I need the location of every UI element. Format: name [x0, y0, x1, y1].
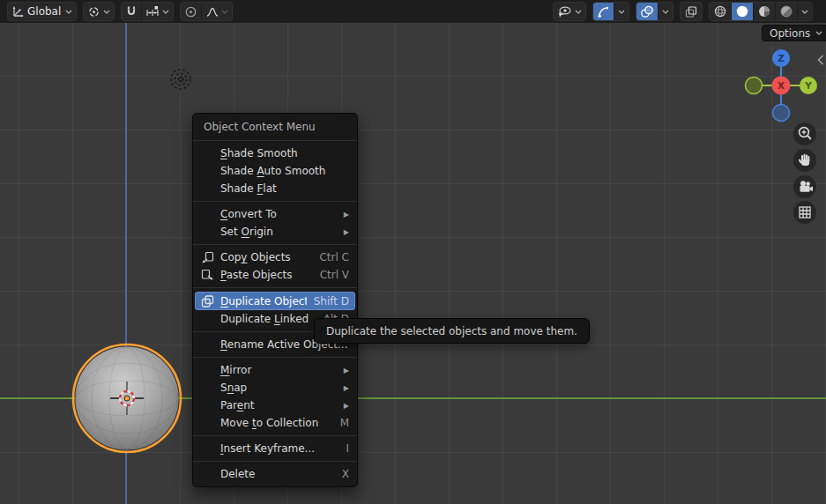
tooltip-text: Duplicate the selected objects and move …: [326, 325, 577, 337]
menu-item-label: Shade Flat: [220, 182, 349, 195]
menu-item-label: Duplicate Objects: [220, 295, 307, 308]
menu-item-label: Parent: [220, 399, 337, 411]
menu-item-label: Set Origin: [220, 226, 337, 238]
menu-item-label: Insert Keyframe...: [220, 442, 339, 455]
proportional-falloff-dropdown[interactable]: [201, 3, 232, 20]
shading-rendered-button[interactable]: [775, 3, 797, 20]
shading-rendered-icon: [779, 4, 793, 19]
gizmos-group: [592, 2, 629, 21]
shading-material-icon: [757, 4, 771, 19]
submenu-arrow-icon: ▶: [344, 211, 349, 219]
menu-item-set-origin[interactable]: Set Origin▶: [193, 223, 357, 241]
object-origin-dot: [124, 396, 130, 401]
menu-item-move-to-collection[interactable]: Move to CollectionM: [193, 414, 357, 432]
object-context-menu: Object Context Menu Shade SmoothShade Au…: [192, 113, 358, 487]
menu-item-copy-objects[interactable]: Copy ObjectsCtrl C: [193, 248, 357, 266]
menu-item-parent[interactable]: Parent▶: [193, 397, 357, 414]
menu-separator: [193, 461, 357, 462]
menu-item-insert-keyframe[interactable]: Insert Keyframe...I: [193, 440, 357, 457]
pivot-point-dropdown[interactable]: [84, 3, 114, 20]
falloff-curve-icon: [205, 5, 220, 19]
shading-material-button[interactable]: [753, 3, 775, 20]
chevron-down-icon: [221, 10, 228, 14]
menu-item-shortcut: Ctrl C: [319, 251, 349, 263]
submenu-arrow-icon: ▶: [344, 384, 349, 392]
snap-toggle-button[interactable]: [122, 3, 141, 20]
menu-separator: [193, 357, 357, 358]
grid-ortho-icon: [795, 203, 815, 222]
sidebar-collapse-arrow[interactable]: [817, 55, 824, 65]
pan-button[interactable]: [793, 149, 816, 172]
gizmos-toggle[interactable]: [593, 3, 614, 20]
menu-separator: [193, 435, 357, 436]
menu-item-mirror[interactable]: Mirror▶: [193, 361, 357, 379]
camera-view-icon: [795, 177, 815, 196]
menu-item-duplicate-objects[interactable]: Duplicate ObjectsShift D: [195, 292, 355, 310]
menu-separator: [193, 287, 357, 288]
overlays-icon: [640, 5, 654, 19]
pivot-point-icon: [87, 5, 100, 19]
proportional-editing-toggle[interactable]: [181, 3, 201, 20]
zoom-icon: [795, 124, 815, 144]
xray-toggle[interactable]: [681, 3, 702, 20]
chevron-down-icon: [815, 31, 822, 35]
xray-group: [680, 2, 703, 21]
menu-item-label: Copy Objects: [220, 251, 312, 263]
overlays-dropdown[interactable]: [658, 3, 673, 20]
overlays-toggle[interactable]: [636, 3, 658, 20]
submenu-arrow-icon: ▶: [344, 402, 349, 410]
pivot-point-group: [83, 2, 115, 21]
menu-item-label: Snap: [220, 382, 337, 394]
gizmo-neg-y-ball[interactable]: [746, 78, 763, 94]
navigation-gizmo[interactable]: Z Y X: [744, 48, 818, 122]
shading-dropdown[interactable]: [797, 3, 812, 20]
camera-view-button[interactable]: [793, 175, 816, 198]
copy-icon: [200, 251, 215, 263]
menu-item-label: Delete: [220, 468, 335, 480]
transform-orientation-dropdown[interactable]: Global: [8, 3, 76, 20]
menu-item-label: Shade Smooth: [220, 147, 349, 159]
menu-item-convert-to[interactable]: Convert To▶: [193, 205, 357, 223]
menu-item-label: Move to Collection: [220, 417, 333, 429]
point-light-object[interactable]: [167, 66, 194, 93]
chevron-down-icon: [575, 10, 582, 14]
options-label: Options: [770, 27, 810, 40]
shading-solid-button[interactable]: [731, 3, 753, 20]
3d-viewport[interactable]: Options Z Y X: [0, 23, 826, 504]
menu-item-shortcut: Ctrl V: [320, 269, 349, 281]
shading-wireframe-button[interactable]: [710, 3, 731, 20]
snapping-group: [121, 2, 174, 21]
zoom-button[interactable]: [793, 122, 816, 145]
options-dropdown[interactable]: Options: [762, 25, 826, 41]
menu-item-shade-smooth[interactable]: Shade Smooth: [193, 145, 357, 162]
menu-item-paste-objects[interactable]: Paste ObjectsCtrl V: [193, 266, 357, 284]
menu-item-shortcut: Shift D: [314, 295, 349, 308]
object-visibility-group: [553, 2, 586, 21]
gizmo-neg-z-ball[interactable]: [773, 105, 790, 122]
proportional-editing-icon: [184, 5, 197, 19]
object-visibility-dropdown[interactable]: [554, 3, 585, 20]
3d-cursor: [108, 379, 146, 418]
transform-orientation-icon: [11, 5, 25, 19]
snap-settings-dropdown[interactable]: [141, 3, 173, 20]
proportional-editing-group: [180, 2, 233, 21]
menu-item-label: Shade Auto Smooth: [220, 165, 349, 177]
gizmo-x-label: X: [778, 80, 785, 92]
menu-item-snap[interactable]: Snap▶: [193, 379, 357, 397]
duplicate-icon: [200, 295, 215, 308]
gizmos-dropdown[interactable]: [614, 3, 629, 20]
gizmos-icon: [597, 5, 610, 19]
menu-item-label: Duplicate Linked: [220, 313, 316, 325]
ortho-grid-button[interactable]: [793, 201, 816, 224]
context-menu-title: Object Context Menu: [193, 116, 357, 137]
menu-item-label: Convert To: [220, 208, 337, 220]
menu-item-label: Mirror: [220, 364, 337, 376]
chevron-down-icon: [618, 10, 625, 14]
menu-item-delete[interactable]: DeleteX: [193, 465, 357, 483]
gizmo-z-label: Z: [778, 53, 785, 64]
transform-orientation-group: Global: [7, 2, 77, 21]
menu-item-shade-flat[interactable]: Shade Flat: [193, 180, 357, 197]
submenu-arrow-icon: ▶: [344, 228, 349, 236]
menu-item-shade-auto-smooth[interactable]: Shade Auto Smooth: [193, 162, 357, 180]
menu-item-label: Paste Objects: [220, 269, 313, 281]
